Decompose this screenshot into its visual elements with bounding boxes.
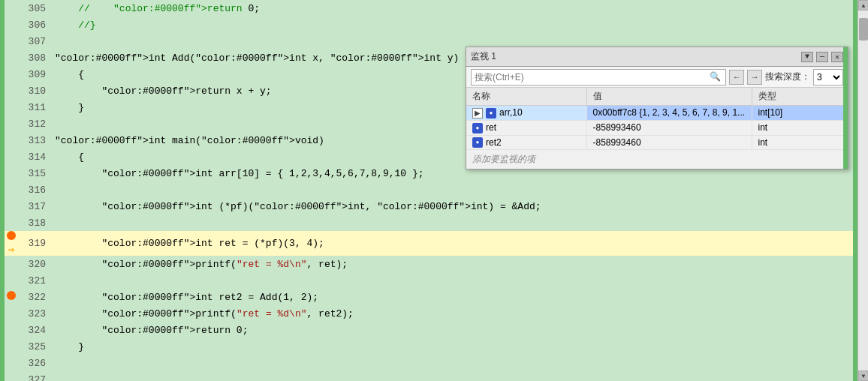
line-num-327: 327 [18,371,52,381]
line-content-324: "color:#0000ff">return 0; [52,322,853,338]
line-num-320: 320 [18,256,52,272]
code-editor: 305 // "color:#0000ff">return 0;306 //}3… [0,0,857,381]
gutter-305 [5,0,18,16]
watch-value: -858993460 [586,135,752,150]
code-line-323: 323 "color:#0000ff">printf("ret = %d\n",… [5,305,853,322]
col-name: 名称 [466,88,586,106]
watch-panel: 监视 1 ▼ — ✕ 🔍 ← → 搜索深度： 3 1 2 [466,46,848,170]
gutter-327 [5,371,18,381]
watch-close-btn[interactable]: ✕ [831,52,843,62]
line-content-306: //} [52,16,853,33]
watch-table: 名称 值 类型 ▶●arr,100x00bff7c8 {1, 2, 3, 4, … [466,88,848,150]
code-line-327: 327 [5,371,853,381]
watch-titlebar: 监视 1 ▼ — ✕ [466,47,848,67]
line-num-309: 309 [18,66,52,82]
line-content-319: "color:#0000ff">int ret = (*pf)(3, 4); [52,231,853,256]
breakpoint-indicator2 [7,291,16,300]
watch-type: int [752,135,848,150]
gutter-323 [5,305,18,322]
watch-name-text: ret2 [486,137,502,148]
code-line-322: 322 "color:#0000ff">int ret2 = Add(1, 2)… [5,289,853,305]
nav-forward-btn[interactable]: → [747,70,762,85]
gutter-326 [5,355,18,371]
search-box[interactable]: 🔍 [471,69,726,86]
scroll-up-btn[interactable]: ▲ [858,0,868,10]
watch-dropdown-btn[interactable]: ▼ [801,52,813,62]
scroll-track[interactable] [858,10,868,370]
line-num-318: 318 [18,214,52,231]
line-num-316: 316 [18,182,52,198]
code-line-317: 317 "color:#0000ff">int (*pf)("color:#00… [5,198,853,214]
depth-label: 搜索深度： [765,70,810,83]
line-content-316 [52,182,853,198]
add-watch-label[interactable]: 添加要监视的项 [466,150,848,169]
watch-toolbar: 🔍 ← → 搜索深度： 3 1 2 4 5 [466,67,848,88]
line-num-322: 322 [18,289,52,305]
code-line-319: ⇒319 "color:#0000ff">int ret = (*pf)(3, … [5,231,853,256]
search-input[interactable] [475,72,708,82]
gutter-306 [5,16,18,33]
gutter-321 [5,272,18,289]
scroll-thumb[interactable] [859,18,868,40]
gutter-320 [5,256,18,272]
gutter-322 [5,289,18,305]
line-content-322: "color:#0000ff">int ret2 = Add(1, 2); [52,289,853,305]
line-num-324: 324 [18,322,52,338]
line-num-312: 312 [18,116,52,132]
code-line-325: 325 } [5,338,853,355]
watch-header-row: 名称 值 类型 [466,88,848,106]
depth-select[interactable]: 3 1 2 4 5 [813,69,843,86]
code-line-326: 326 [5,355,853,371]
gutter-318 [5,214,18,231]
code-line-324: 324 "color:#0000ff">return 0; [5,322,853,338]
gutter-324 [5,322,18,338]
line-num-306: 306 [18,16,52,33]
line-content-326 [52,355,853,371]
gutter-325 [5,338,18,355]
gutter-309 [5,66,18,82]
search-icon[interactable]: 🔍 [708,70,722,85]
code-line-321: 321 [5,272,853,289]
watch-value: 0x00bff7c8 {1, 2, 3, 4, 5, 6, 7, 8, 9, 1… [586,106,752,121]
breakpoint-indicator [7,231,16,240]
watch-name: ●ret [466,120,586,135]
line-content-320: "color:#0000ff">printf("ret = %d\n", ret… [52,256,853,272]
line-num-325: 325 [18,338,52,355]
gutter-314 [5,148,18,165]
right-scrollbar: ▲ ▼ [857,0,868,381]
type-icon: ● [472,137,483,148]
line-content-325: } [52,338,853,355]
expand-btn[interactable]: ▶ [472,108,483,118]
main-container: 305 // "color:#0000ff">return 0;306 //}3… [0,0,868,381]
watch-type: int [752,120,848,135]
gutter-317 [5,198,18,214]
watch-name: ●ret2 [466,135,586,150]
line-num-319: 319 [18,231,52,256]
watch-name: ▶●arr,10 [466,106,586,121]
watch-title: 监视 1 [471,50,496,63]
code-line-316: 316 [5,182,853,198]
watch-minimize-btn[interactable]: — [816,52,828,62]
type-icon: ● [472,123,483,134]
line-num-315: 315 [18,165,52,182]
line-num-317: 317 [18,198,52,214]
nav-back-btn[interactable]: ← [729,70,744,85]
scroll-down-btn[interactable]: ▼ [858,370,868,381]
line-num-323: 323 [18,305,52,322]
watch-row[interactable]: ●ret2-858993460int [466,135,848,150]
watch-name-text: ret [486,122,496,133]
gutter-311 [5,99,18,116]
watch-row[interactable]: ▶●arr,100x00bff7c8 {1, 2, 3, 4, 5, 6, 7,… [466,106,848,121]
gutter-319: ⇒ [5,231,18,256]
line-num-313: 313 [18,132,52,148]
line-content-305: // "color:#0000ff">return 0; [52,0,853,16]
gutter-308 [5,50,18,66]
line-num-326: 326 [18,355,52,371]
current-line-arrow: ⇒ [8,244,14,256]
line-content-321 [52,272,853,289]
code-line-305: 305 // "color:#0000ff">return 0; [5,0,853,16]
line-num-308: 308 [18,50,52,66]
watch-name-text: arr,10 [499,107,523,118]
gutter-316 [5,182,18,198]
watch-row[interactable]: ●ret-858993460int [466,120,848,135]
